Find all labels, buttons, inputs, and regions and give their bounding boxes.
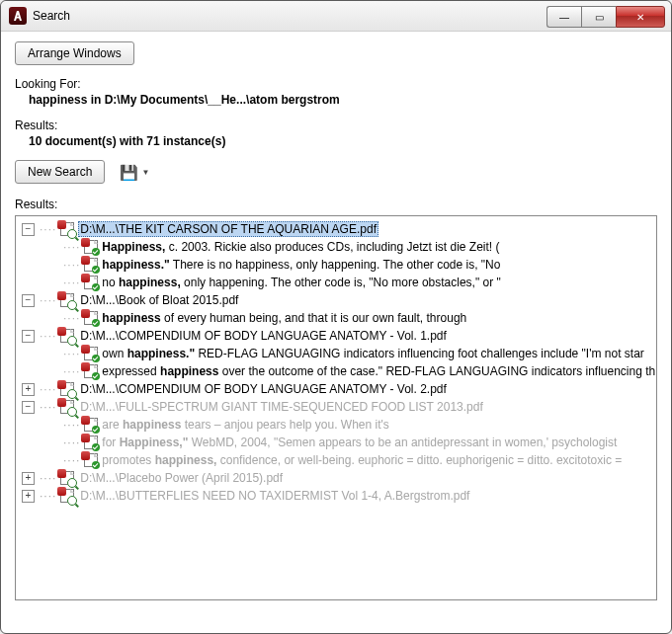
pdf-file-icon xyxy=(84,453,98,467)
result-document-title[interactable]: D:\M...\COMPENDIUM OF BODY LANGUAGE ANAT… xyxy=(78,329,449,343)
tree-connector: ···· xyxy=(40,382,56,396)
tree-connector: ···· xyxy=(63,418,80,432)
pdf-file-icon xyxy=(60,400,74,414)
pdf-file-icon xyxy=(84,240,98,254)
pdf-file-icon xyxy=(60,293,74,307)
pdf-file-icon xyxy=(84,347,98,360)
result-hit-text: for Happiness," WebMD, 2004, "Semen appe… xyxy=(102,436,617,449)
pdf-file-icon xyxy=(60,471,74,485)
result-document-title[interactable]: D:\M...\COMPENDIUM OF BODY LANGUAGE ANAT… xyxy=(78,382,449,396)
pdf-file-icon xyxy=(84,418,98,432)
result-hit-row[interactable]: ····no happiness, only happening. The ot… xyxy=(18,274,654,291)
new-search-button[interactable]: New Search xyxy=(15,160,105,184)
results-summary-value: 10 document(s) with 71 instance(s) xyxy=(29,134,657,148)
results-summary-label: Results: xyxy=(15,119,657,132)
adobe-reader-icon xyxy=(9,7,27,25)
result-document-title[interactable]: D:\M...\THE KIT CARSON OF THE AQUARIAN A… xyxy=(78,221,378,237)
collapse-toggle[interactable]: − xyxy=(22,294,35,307)
result-hit-text: promotes happiness, confidence, or well-… xyxy=(102,453,622,467)
search-toolbar: New Search 💾 ▼ xyxy=(15,160,657,184)
result-hit-row[interactable]: ····for Happiness," WebMD, 2004, "Semen … xyxy=(18,434,654,451)
window-title: Search xyxy=(33,9,546,23)
result-hit-row[interactable]: ····happiness." There is no happiness, o… xyxy=(18,256,654,274)
looking-for-label: Looking For: xyxy=(15,77,657,91)
expand-toggle[interactable]: + xyxy=(22,472,35,485)
result-hit-text: expressed happiness over the outcome of … xyxy=(102,364,655,378)
tree-connector: ···· xyxy=(40,293,56,307)
tree-connector: ···· xyxy=(40,489,56,503)
result-hit-row[interactable]: ····promotes happiness, confidence, or w… xyxy=(18,451,654,469)
pdf-file-icon xyxy=(84,276,98,289)
pdf-file-icon xyxy=(84,364,98,378)
result-hit-text: happiness of every human being, and that… xyxy=(102,311,466,325)
tree-connector: ···· xyxy=(63,364,80,378)
window-controls: — ▭ ✕ xyxy=(546,6,665,26)
result-document-title[interactable]: D:\M...\Placebo Power (April 2015).pdf xyxy=(78,471,285,485)
results-tree: −····D:\M...\THE KIT CARSON OF THE AQUAR… xyxy=(18,220,654,505)
tree-connector: ···· xyxy=(63,436,80,449)
result-hit-row[interactable]: ····happiness of every human being, and … xyxy=(18,309,654,327)
result-document-row[interactable]: −····D:\M...\THE KIT CARSON OF THE AQUAR… xyxy=(18,220,654,238)
pdf-file-icon xyxy=(60,489,74,503)
titlebar[interactable]: Search — ▭ ✕ xyxy=(1,1,671,32)
arrange-windows-button[interactable]: Arrange Windows xyxy=(15,41,134,65)
results-label: Results: xyxy=(15,198,657,211)
tree-connector: ···· xyxy=(63,347,80,360)
result-document-title[interactable]: D:\M...\FULL-SPECTRUM GIANT TIME-SEQUENC… xyxy=(78,400,484,414)
tree-connector: ···· xyxy=(40,222,56,236)
result-hit-row[interactable]: ····expressed happiness over the outcome… xyxy=(18,362,654,380)
pdf-file-icon xyxy=(60,222,74,236)
minimize-button[interactable]: — xyxy=(546,6,581,28)
floppy-disk-icon: 💾 xyxy=(120,165,138,180)
result-document-row[interactable]: −····D:\M...\COMPENDIUM OF BODY LANGUAGE… xyxy=(18,327,654,345)
looking-for-value: happiness in D:\My Documents\__He...\ato… xyxy=(29,93,657,107)
result-hit-text: are happiness tears – anjou pears help y… xyxy=(102,418,388,432)
save-results-button[interactable]: 💾 ▼ xyxy=(115,160,154,184)
tree-connector: ···· xyxy=(63,240,80,254)
collapse-toggle[interactable]: − xyxy=(22,223,35,236)
tree-connector: ···· xyxy=(40,400,56,414)
result-hit-text: no happiness, only happening. The other … xyxy=(102,276,500,289)
collapse-toggle[interactable]: − xyxy=(22,401,35,414)
search-panel-body: Arrange Windows Looking For: happiness i… xyxy=(1,32,671,600)
tree-connector: ···· xyxy=(40,329,56,343)
maximize-icon: ▭ xyxy=(595,12,604,23)
result-hit-text: happiness." There is no happiness, only … xyxy=(102,258,500,272)
result-document-title[interactable]: D:\M...\Book of Bloat 2015.pdf xyxy=(78,293,240,307)
pdf-file-icon xyxy=(60,329,74,343)
expand-toggle[interactable]: + xyxy=(22,383,35,396)
result-hit-text: own happiness." RED-FLAG LANGUAGING indi… xyxy=(102,347,643,360)
minimize-icon: — xyxy=(559,12,569,23)
result-document-title[interactable]: D:\M...\BUTTERFLIES NEED NO TAXIDERMIST … xyxy=(78,489,471,503)
pdf-file-icon xyxy=(60,382,74,396)
close-icon: ✕ xyxy=(636,12,644,23)
close-button[interactable]: ✕ xyxy=(616,6,665,28)
result-document-row[interactable]: −····D:\M...\FULL-SPECTRUM GIANT TIME-SE… xyxy=(18,398,654,416)
results-panel[interactable]: −····D:\M...\THE KIT CARSON OF THE AQUAR… xyxy=(15,215,657,600)
pdf-file-icon xyxy=(84,258,98,272)
result-document-row[interactable]: +····D:\M...\BUTTERFLIES NEED NO TAXIDER… xyxy=(18,487,654,505)
result-document-row[interactable]: +····D:\M...\Placebo Power (April 2015).… xyxy=(18,469,654,487)
tree-connector: ···· xyxy=(40,471,56,485)
collapse-toggle[interactable]: − xyxy=(22,330,35,343)
pdf-file-icon xyxy=(84,311,98,325)
result-hit-row[interactable]: ····Happiness, c. 2003. Rickie also prod… xyxy=(18,238,654,256)
search-window: Search — ▭ ✕ Arrange Windows Looking For… xyxy=(0,0,672,634)
result-hit-row[interactable]: ····own happiness." RED-FLAG LANGUAGING … xyxy=(18,345,654,362)
expand-toggle[interactable]: + xyxy=(22,490,35,503)
result-document-row[interactable]: −····D:\M...\Book of Bloat 2015.pdf xyxy=(18,291,654,309)
result-hit-row[interactable]: ····are happiness tears – anjou pears he… xyxy=(18,416,654,434)
tree-connector: ···· xyxy=(63,276,80,289)
tree-connector: ···· xyxy=(63,453,80,467)
dropdown-icon: ▼ xyxy=(141,168,149,177)
maximize-button[interactable]: ▭ xyxy=(581,6,616,28)
result-document-row[interactable]: +····D:\M...\COMPENDIUM OF BODY LANGUAGE… xyxy=(18,380,654,398)
tree-connector: ···· xyxy=(63,311,80,325)
result-hit-text: Happiness, c. 2003. Rickie also produces… xyxy=(102,240,499,254)
pdf-file-icon xyxy=(84,436,98,449)
tree-connector: ···· xyxy=(63,258,80,272)
